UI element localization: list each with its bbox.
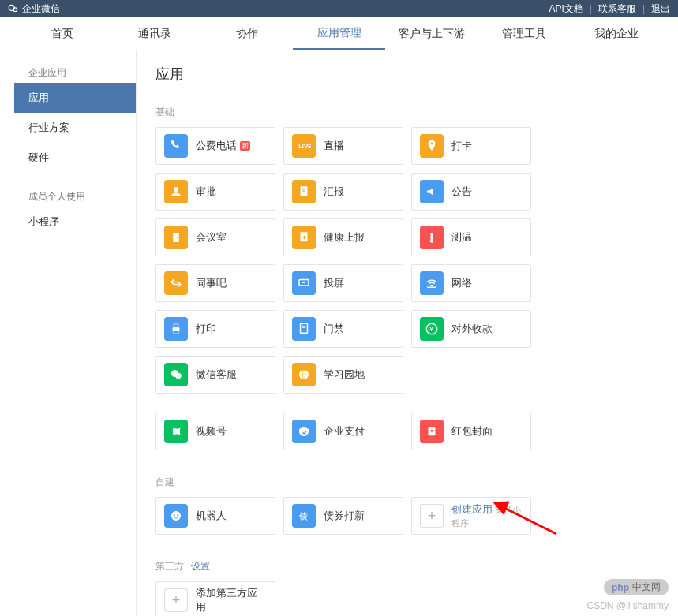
plus-icon: + [420, 504, 444, 528]
access-icon [292, 317, 316, 341]
transfer-icon [164, 271, 188, 295]
svg-point-9 [177, 237, 178, 238]
video-icon [164, 420, 188, 443]
screen-icon [292, 271, 316, 295]
wifi-icon [420, 271, 444, 295]
api-link[interactable]: API文档 [549, 2, 582, 16]
sidebar-group-title: 成员个人使用 [14, 184, 136, 207]
svg-point-31 [174, 514, 175, 516]
page-title: 应用 [155, 65, 645, 84]
section-label-base: 基础 [155, 106, 645, 119]
plus-icon: + [164, 588, 188, 612]
app-label: 会议室 [196, 230, 227, 245]
app-card-chat[interactable]: 微信客服 [155, 356, 275, 394]
app-card-health[interactable]: 健康上报 [283, 218, 403, 256]
csdn-watermark: CSDN @ll shammy [586, 600, 669, 611]
app-card-user[interactable]: 审批 [155, 173, 275, 211]
app-card-door[interactable]: 会议室 [155, 218, 275, 256]
phone-icon [164, 134, 188, 158]
globe-icon [292, 363, 316, 386]
app-card-phone[interactable]: 公费电话新 [155, 127, 275, 165]
app-card-pay[interactable]: 企业支付 [283, 413, 403, 450]
svg-text:债: 债 [299, 511, 308, 521]
brand-text: 企业微信 [22, 2, 60, 16]
app-card-screen[interactable]: 投屏 [283, 264, 403, 302]
app-card-live[interactable]: LIVE直播 [283, 127, 403, 165]
create-app-label: 创建应用 [451, 503, 493, 515]
logout-link[interactable]: 退出 [651, 2, 670, 16]
svg-point-26 [175, 373, 182, 379]
app-card-transfer[interactable]: 同事吧 [155, 264, 275, 302]
nav-item-3[interactable]: 应用管理 [293, 18, 385, 50]
create-app-button[interactable]: +创建应用·支持小程序 [411, 497, 531, 535]
svg-point-32 [177, 514, 178, 516]
nav-item-6[interactable]: 我的企业 [570, 19, 662, 49]
live-icon: LIVE [292, 134, 316, 158]
door-icon [164, 226, 188, 249]
app-label: 公告 [451, 185, 472, 199]
app-card-video[interactable]: 视频号 [155, 413, 275, 450]
content-area: 应用 基础 公费电话新LIVE直播打卡审批汇报公告会议室健康上报测温同事吧投屏网… [137, 50, 664, 616]
app-label: 债券打新 [324, 509, 365, 523]
badge-new: 新 [240, 141, 250, 151]
app-card-money[interactable]: ¥对外收款 [411, 310, 531, 348]
pay-icon [292, 420, 316, 443]
chat-icon [164, 363, 188, 386]
section-label-third: 第三方 设置 [155, 560, 645, 573]
app-label: 同事吧 [196, 276, 227, 290]
nav-item-0[interactable]: 首页 [16, 19, 108, 49]
main-nav: 首页通讯录协作应用管理客户与上下游管理工具我的企业 [0, 17, 678, 50]
svg-point-4 [174, 187, 178, 192]
app-label: 学习园地 [324, 368, 365, 382]
app-label: 打印 [196, 322, 216, 336]
third-config-link[interactable]: 设置 [191, 561, 210, 572]
app-label: 直播 [324, 139, 344, 153]
contact-link[interactable]: 联系客服 [598, 2, 636, 16]
app-card-wifi[interactable]: 网络 [411, 264, 531, 302]
app-card-access[interactable]: 门禁 [283, 310, 403, 348]
svg-point-29 [431, 430, 433, 432]
svg-rect-18 [174, 324, 178, 328]
app-label: 审批 [196, 185, 216, 199]
app-card-doc[interactable]: 汇报 [283, 173, 403, 211]
svg-text:LIVE: LIVE [298, 143, 311, 150]
nav-item-4[interactable]: 客户与上下游 [385, 19, 478, 49]
sidebar-item[interactable]: 小程序 [14, 207, 136, 237]
sidebar-item[interactable]: 行业方案 [14, 113, 136, 143]
svg-point-12 [430, 239, 434, 243]
nav-item-1[interactable]: 通讯录 [108, 19, 200, 49]
nav-item-2[interactable]: 协作 [200, 19, 293, 49]
app-card-bot[interactable]: 机器人 [155, 497, 275, 535]
app-label: 企业支付 [324, 424, 365, 439]
add-third-party-button[interactable]: +添加第三方应用 [155, 581, 275, 616]
separator: | [642, 3, 645, 14]
pin-icon [420, 134, 444, 158]
app-label: 视频号 [196, 424, 227, 439]
nav-item-5[interactable]: 管理工具 [478, 19, 570, 49]
app-label: 健康上报 [324, 230, 365, 245]
horn-icon [420, 180, 444, 203]
section-label-self: 自建 [155, 476, 645, 489]
app-card-pin[interactable]: 打卡 [411, 127, 531, 165]
app-label: 投屏 [324, 276, 344, 290]
bond-icon: 债 [292, 504, 316, 528]
app-card-bond[interactable]: 债债券打新 [283, 497, 403, 535]
app-card-print[interactable]: 打印 [155, 310, 275, 348]
app-label: 测温 [451, 230, 472, 245]
temp-icon [420, 226, 444, 249]
sidebar-item[interactable]: 硬件 [14, 143, 136, 173]
svg-rect-11 [431, 233, 433, 240]
app-card-horn[interactable]: 公告 [411, 173, 531, 211]
app-card-redpack[interactable]: 红包封面 [411, 413, 531, 450]
sidebar-item[interactable]: 应用 [14, 83, 136, 113]
add-third-label: 添加第三方应用 [196, 586, 267, 614]
app-card-temp[interactable]: 测温 [411, 218, 531, 256]
app-label: 打卡 [451, 139, 472, 153]
app-label: 网络 [451, 276, 472, 290]
redpack-icon [420, 420, 444, 443]
svg-point-3 [431, 143, 433, 145]
app-label: 微信客服 [196, 368, 237, 382]
app-card-globe[interactable]: 学习园地 [283, 356, 403, 394]
app-label: 公费电话新 [196, 139, 250, 153]
print-icon [164, 317, 188, 341]
